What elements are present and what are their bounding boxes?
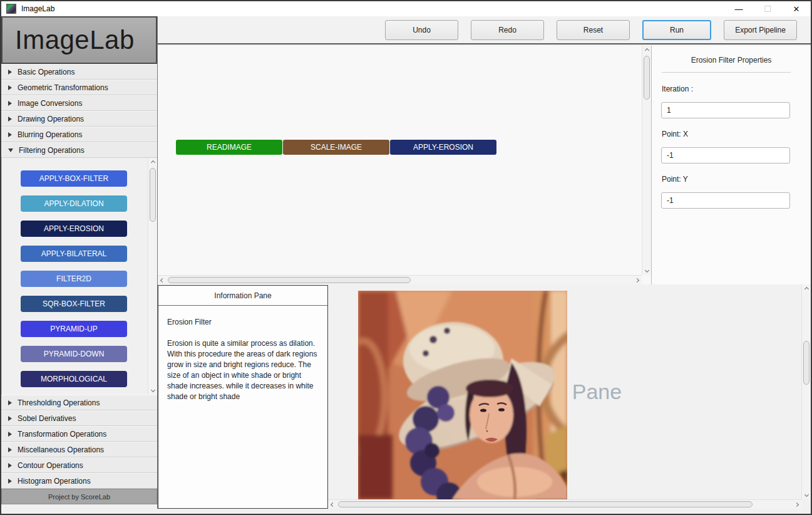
filter-list-scrollbar[interactable]: [148, 158, 157, 395]
scrollbar-thumb[interactable]: [803, 341, 809, 385]
pipeline-node-apply-erosion[interactable]: APPLY-EROSION: [390, 140, 496, 155]
imagelab-window: ImageLab — ☐ ✕ ImageLab Basic Operations…: [0, 0, 812, 515]
filter-operations-list: APPLY-BOX-FILTER APPLY-DILATION APPLY-ER…: [1, 158, 157, 395]
section-label: Histogram Operations: [18, 477, 91, 486]
filter-button-filter2d[interactable]: FILTER2D: [21, 271, 127, 287]
scroll-right-icon[interactable]: [792, 500, 801, 509]
section-label: Contour Operations: [18, 461, 83, 470]
iteration-field[interactable]: [661, 102, 790, 118]
scrollbar-thumb[interactable]: [338, 501, 753, 507]
filter-button-apply-box-filter[interactable]: APPLY-BOX-FILTER: [21, 170, 127, 187]
filter-button-pyramid-down[interactable]: PYRAMID-DOWN: [21, 346, 127, 362]
iteration-label: Iteration :: [662, 85, 693, 93]
properties-panel: Erosion Filter Properties Iteration : Po…: [651, 46, 811, 284]
scrollbar-thumb[interactable]: [644, 56, 650, 100]
minimize-button[interactable]: —: [724, 1, 753, 16]
sidebar-section-sobel-derivatives[interactable]: Sobel Derivatives: [1, 410, 157, 426]
info-description: Erosion is quite a similar process as di…: [167, 338, 319, 402]
section-label: Drawing Operations: [18, 115, 84, 123]
section-label: Transformation Operations: [18, 430, 106, 439]
canvas-vertical-scrollbar[interactable]: [642, 46, 651, 275]
image-pane: Image Pane: [328, 284, 811, 509]
sidebar-section-histogram-operations[interactable]: Histogram Operations: [1, 473, 157, 489]
canvas-horizontal-scrollbar[interactable]: [158, 275, 642, 284]
info-heading: Erosion Filter: [167, 317, 319, 328]
image-pane-horizontal-scrollbar[interactable]: [328, 499, 801, 509]
section-label: Sobel Derivatives: [18, 414, 76, 423]
export-pipeline-button[interactable]: Export Pipeline: [724, 20, 797, 40]
sidebar-section-transformation-operations[interactable]: Transformation Operations: [1, 426, 157, 442]
scroll-down-icon[interactable]: [802, 490, 811, 499]
chevron-right-icon: [8, 85, 12, 90]
filter-button-sqr-box-filter[interactable]: SQR-BOX-FILTER: [21, 296, 127, 312]
scrollbar-thumb[interactable]: [150, 168, 156, 222]
app-logo: ImageLab: [1, 16, 157, 64]
section-label: Thresholding Operations: [18, 398, 100, 407]
undo-button[interactable]: Undo: [385, 20, 458, 40]
scroll-left-icon[interactable]: [328, 500, 337, 509]
scroll-up-icon[interactable]: [148, 158, 157, 167]
app-icon: [6, 4, 16, 14]
divider: [662, 72, 791, 73]
section-label: Geometric Transformations: [18, 83, 108, 92]
image-pane-vertical-scrollbar[interactable]: [801, 284, 811, 499]
scroll-up-icon[interactable]: [802, 284, 811, 294]
scrollbar-thumb[interactable]: [168, 277, 411, 283]
information-pane-title: Information Pane: [158, 286, 327, 306]
section-label: Image Conversions: [18, 99, 82, 108]
filter-button-apply-dilation[interactable]: APPLY-DILATION: [21, 195, 127, 212]
pipeline-canvas[interactable]: READIMAGE SCALE-IMAGE APPLY-EROSION: [158, 46, 651, 284]
chevron-right-icon: [8, 447, 12, 452]
properties-title: Erosion Filter Properties: [652, 56, 811, 65]
filter-button-morphological[interactable]: MORPHOLOGICAL: [21, 371, 127, 387]
information-pane: Information Pane Erosion Filter Erosion …: [158, 285, 328, 509]
sidebar-section-miscellaneous-operations[interactable]: Miscellaneous Operations: [1, 442, 157, 457]
point-x-label: Point: X: [662, 130, 688, 138]
filter-button-apply-bilateral[interactable]: APPLY-BILATERAL: [21, 246, 127, 262]
chevron-right-icon: [8, 101, 12, 106]
reset-button[interactable]: Reset: [557, 20, 630, 40]
filter-button-pyramid-up[interactable]: PYRAMID-UP: [21, 321, 127, 337]
point-x-field[interactable]: [661, 147, 790, 164]
pipeline-node-readimage[interactable]: READIMAGE: [176, 140, 282, 155]
maximize-button[interactable]: ☐: [753, 1, 782, 16]
sidebar-section-geometric-transformations[interactable]: Geometric Transformations: [1, 80, 157, 95]
run-button[interactable]: Run: [642, 20, 711, 40]
scroll-left-icon[interactable]: [158, 276, 167, 285]
point-y-field[interactable]: [661, 192, 790, 209]
chevron-down-icon: [8, 148, 13, 152]
sidebar-section-basic-operations[interactable]: Basic Operations: [1, 64, 157, 80]
close-button[interactable]: ✕: [782, 1, 811, 16]
window-title: ImageLab: [21, 4, 54, 13]
scroll-up-icon[interactable]: [642, 46, 652, 55]
chevron-right-icon: [8, 132, 12, 137]
point-y-label: Point: Y: [662, 175, 688, 184]
scroll-down-icon[interactable]: [148, 385, 157, 395]
redo-button[interactable]: Redo: [471, 20, 544, 40]
chevron-right-icon: [8, 70, 12, 75]
pipeline-node-scale-image[interactable]: SCALE-IMAGE: [283, 140, 389, 155]
sidebar-footer: Project by ScoreLab: [1, 489, 157, 504]
sidebar: ImageLab Basic Operations Geometric Tran…: [1, 16, 158, 509]
section-label: Filtering Operations: [19, 146, 85, 155]
sidebar-section-drawing-operations[interactable]: Drawing Operations: [1, 111, 157, 127]
toolbar: Undo Redo Reset Run Export Pipeline: [158, 16, 811, 44]
title-bar: ImageLab — ☐ ✕: [1, 1, 811, 16]
chevron-right-icon: [8, 416, 12, 421]
sidebar-section-image-conversions[interactable]: Image Conversions: [1, 95, 157, 111]
chevron-right-icon: [8, 400, 12, 405]
sidebar-section-thresholding-operations[interactable]: Thresholding Operations: [1, 395, 157, 410]
filter-button-apply-erosion[interactable]: APPLY-EROSION: [21, 221, 127, 237]
chevron-right-icon: [8, 479, 12, 484]
scroll-down-icon[interactable]: [642, 266, 652, 275]
section-label: Miscellaneous Operations: [18, 445, 104, 454]
chevron-right-icon: [8, 117, 12, 122]
chevron-right-icon: [8, 463, 12, 468]
section-label: Blurring Operations: [18, 130, 82, 139]
sidebar-section-filtering-operations[interactable]: Filtering Operations: [1, 142, 157, 158]
scroll-right-icon[interactable]: [632, 276, 642, 285]
chevron-right-icon: [8, 432, 12, 437]
sidebar-section-blurring-operations[interactable]: Blurring Operations: [1, 127, 157, 142]
result-image: [358, 291, 567, 499]
sidebar-section-contour-operations[interactable]: Contour Operations: [1, 457, 157, 473]
